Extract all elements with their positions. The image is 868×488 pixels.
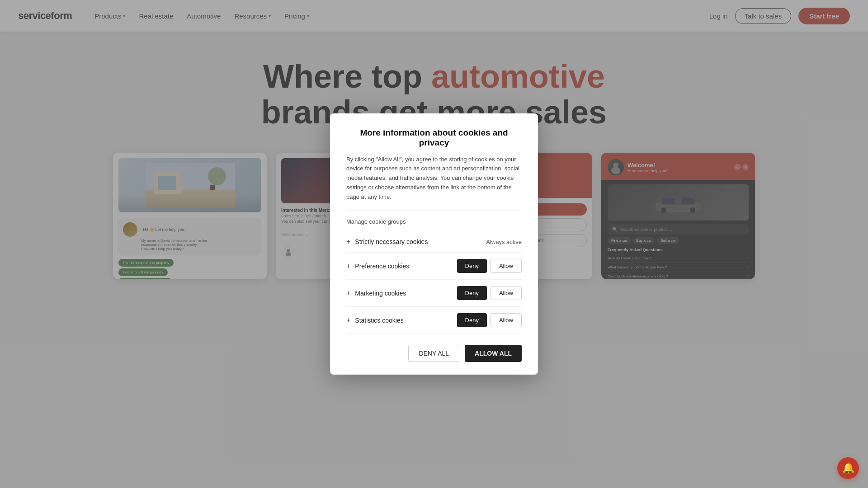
deny-statistics-button[interactable]: Deny [457, 313, 487, 327]
cookie-group-necessary: + Strictly necessary cookies Always acti… [346, 231, 522, 253]
cookie-group-preference: + Preference cookies Deny Allow [346, 253, 522, 280]
cookie-group-marketing: + Marketing cookies Deny Allow [346, 280, 522, 307]
cookie-preference-buttons: Deny Allow [457, 259, 522, 273]
cookie-modal: More information about cookies and priva… [330, 113, 538, 375]
cookie-footer-buttons: DENY ALL ALLOW ALL [346, 345, 522, 362]
floating-support-button[interactable]: 🔔 [837, 457, 859, 479]
cookie-necessary-label: Strictly necessary cookies [355, 238, 428, 245]
cookie-marketing-label: Marketing cookies [355, 290, 406, 297]
expand-statistics-icon[interactable]: + [346, 316, 350, 324]
cookie-manage-label: Manage cookie groups [346, 218, 522, 225]
support-icon: 🔔 [842, 462, 854, 474]
cookie-modal-title: More information about cookies and priva… [346, 128, 522, 148]
deny-marketing-button[interactable]: Deny [457, 286, 487, 300]
cookie-divider [346, 211, 522, 211]
cookie-group-statistics-left: + Statistics cookies [346, 316, 404, 324]
cookie-statistics-buttons: Deny Allow [457, 313, 522, 327]
cookie-preference-label: Preference cookies [355, 263, 409, 270]
cookie-statistics-label: Statistics cookies [355, 317, 403, 324]
allow-all-button[interactable]: ALLOW ALL [465, 345, 522, 362]
expand-marketing-icon[interactable]: + [346, 289, 350, 297]
cookie-group-necessary-left: + Strictly necessary cookies [346, 238, 428, 246]
cookie-group-marketing-left: + Marketing cookies [346, 289, 406, 297]
cookie-groups-list: + Strictly necessary cookies Always acti… [346, 231, 522, 334]
cookie-overlay: More information about cookies and priva… [0, 0, 868, 488]
cookie-modal-description: By clicking "Allow All", you agree to th… [346, 155, 522, 202]
deny-preference-button[interactable]: Deny [457, 259, 487, 273]
expand-preference-icon[interactable]: + [346, 262, 350, 270]
cookie-group-preference-left: + Preference cookies [346, 262, 409, 270]
allow-statistics-button[interactable]: Allow [491, 313, 522, 327]
deny-all-button[interactable]: DENY ALL [408, 345, 459, 362]
cookie-group-statistics: + Statistics cookies Deny Allow [346, 307, 522, 334]
allow-marketing-button[interactable]: Allow [491, 286, 522, 300]
allow-preference-button[interactable]: Allow [491, 259, 522, 273]
cookie-always-active-label: Always active [486, 239, 522, 245]
cookie-marketing-buttons: Deny Allow [457, 286, 522, 300]
expand-necessary-icon[interactable]: + [346, 238, 350, 246]
